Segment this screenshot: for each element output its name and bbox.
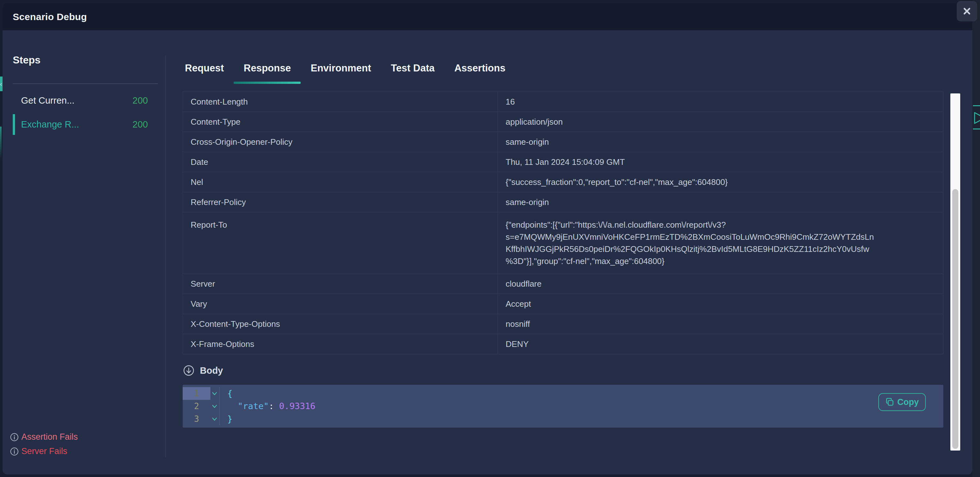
step-item[interactable]: Exchange R... 200 bbox=[13, 114, 148, 135]
code-line: 2 "rate": 0.93316 bbox=[183, 400, 943, 413]
background-divider bbox=[973, 129, 980, 129]
body-title: Body bbox=[200, 366, 223, 376]
background-right-strip bbox=[972, 0, 980, 477]
json-token-plain bbox=[227, 401, 238, 411]
circle-arrow-down-icon bbox=[183, 365, 194, 376]
steps-heading: Steps bbox=[13, 54, 40, 66]
fold-arrow-icon[interactable] bbox=[210, 387, 219, 400]
fail-link-label: Server Fails bbox=[21, 447, 67, 456]
header-value-cell: {"endpoints":[{"url":"https:\/\/a.nel.cl… bbox=[498, 212, 943, 273]
fold-arrow-icon[interactable] bbox=[210, 400, 219, 413]
tab-request[interactable]: Request bbox=[175, 58, 234, 84]
line-number: 3 bbox=[183, 413, 210, 425]
header-value-cell: {"success_fraction":0,"report_to":"cf-ne… bbox=[498, 172, 943, 192]
header-name-cell: Cross-Origin-Opener-Policy bbox=[183, 132, 498, 152]
page-title: Scenario Debug bbox=[13, 3, 87, 30]
table-row: X-Content-Type-Options nosniff bbox=[183, 314, 943, 334]
table-row: X-Frame-Options DENY bbox=[183, 334, 943, 354]
chevron-left-icon: ‹ bbox=[0, 80, 2, 88]
server-fails-link[interactable]: Server Fails bbox=[10, 447, 78, 456]
header-value-cell: application/json bbox=[498, 112, 943, 132]
code-text: } bbox=[220, 413, 232, 425]
close-button[interactable] bbox=[957, 1, 977, 21]
header-name-cell: X-Frame-Options bbox=[183, 334, 498, 354]
code-line: 1 { bbox=[183, 387, 943, 400]
header-name-cell: Content-Length bbox=[183, 92, 498, 111]
fold-arrow-icon[interactable] bbox=[210, 413, 219, 425]
response-headers-table: Content-Length 16 Content-Type applicati… bbox=[183, 92, 943, 354]
code-lines: 1 { 2 "rate": 0.93316 3 bbox=[183, 387, 943, 425]
header-value-cell: Accept bbox=[498, 294, 943, 314]
step-label: Exchange R... bbox=[13, 119, 133, 130]
table-row: Date Thu, 11 Jan 2024 15:04:09 GMT bbox=[183, 152, 943, 172]
header-name-cell: Vary bbox=[183, 294, 498, 314]
table-row: Content-Length 16 bbox=[183, 92, 943, 111]
header-value-cell: DENY bbox=[498, 334, 943, 354]
header-name-cell: Server bbox=[183, 274, 498, 294]
code-line: 3 } bbox=[183, 413, 943, 425]
header-value-cell: nosniff bbox=[498, 314, 943, 334]
copy-icon bbox=[885, 398, 894, 407]
header-name-cell: Content-Type bbox=[183, 112, 498, 132]
copy-button[interactable]: Copy bbox=[878, 393, 926, 411]
background-teal-fragment bbox=[0, 127, 2, 159]
code-gutter: 1 bbox=[183, 387, 220, 400]
header-value-cell: same-origin bbox=[498, 192, 943, 212]
json-token-key: "rate" bbox=[238, 401, 269, 411]
code-gutter: 2 bbox=[183, 400, 220, 413]
json-token-number: 0.93316 bbox=[279, 401, 316, 411]
background-divider bbox=[973, 105, 980, 106]
step-label: Get Curren... bbox=[13, 95, 133, 106]
info-icon bbox=[10, 447, 19, 456]
scrollbar-thumb[interactable] bbox=[952, 189, 958, 449]
table-row: Content-Type application/json bbox=[183, 111, 943, 132]
close-icon bbox=[962, 6, 972, 16]
code-text: "rate": 0.93316 bbox=[220, 400, 315, 413]
body-section-header: Body bbox=[183, 365, 223, 376]
modal-header: Scenario Debug bbox=[3, 3, 972, 30]
table-row: Referrer-Policy same-origin bbox=[183, 192, 943, 212]
response-body-code: 1 { 2 "rate": 0.93316 3 bbox=[183, 385, 943, 428]
header-value-cell: Thu, 11 Jan 2024 15:04:09 GMT bbox=[498, 152, 943, 172]
tab-response[interactable]: Response bbox=[234, 58, 301, 84]
header-name-cell: Nel bbox=[183, 172, 498, 192]
scenario-debug-modal: Scenario Debug Steps Get Curren... 200 E… bbox=[3, 3, 972, 474]
header-value-cell: same-origin bbox=[498, 132, 943, 152]
info-icon bbox=[10, 433, 19, 441]
step-status-badge: 200 bbox=[133, 95, 148, 106]
json-token-brace: } bbox=[227, 414, 232, 424]
assertion-fails-link[interactable]: Assertion Fails bbox=[10, 432, 78, 442]
tab-assertions[interactable]: Assertions bbox=[444, 58, 515, 84]
play-icon bbox=[974, 111, 980, 124]
collapse-body-button[interactable] bbox=[183, 365, 194, 376]
table-row: Server cloudflare bbox=[183, 273, 943, 294]
tab-test-data[interactable]: Test Data bbox=[381, 58, 444, 84]
steps-list: Get Curren... 200 Exchange R... 200 bbox=[13, 90, 148, 135]
header-value-cell: 16 bbox=[498, 92, 943, 111]
header-name-cell: Referrer-Policy bbox=[183, 192, 498, 212]
step-item[interactable]: Get Curren... 200 bbox=[13, 90, 148, 111]
table-row: Report-To {"endpoints":[{"url":"https:\/… bbox=[183, 212, 943, 273]
header-name-cell: X-Content-Type-Options bbox=[183, 314, 498, 334]
header-name-cell: Date bbox=[183, 152, 498, 172]
panel-divider bbox=[165, 55, 166, 457]
header-value-cell: cloudflare bbox=[498, 274, 943, 294]
table-row: Vary Accept bbox=[183, 294, 943, 314]
steps-footer: Assertion Fails Server Fails bbox=[10, 432, 78, 456]
fail-link-label: Assertion Fails bbox=[21, 432, 78, 442]
tab-bar: RequestResponseEnvironmentTest DataAsser… bbox=[175, 58, 515, 84]
header-name-cell: Report-To bbox=[183, 212, 498, 273]
code-text: { bbox=[220, 387, 232, 400]
step-status-badge: 200 bbox=[133, 119, 148, 130]
table-row: Cross-Origin-Opener-Policy same-origin bbox=[183, 132, 943, 152]
tab-environment[interactable]: Environment bbox=[301, 58, 381, 84]
json-token-brace: { bbox=[227, 388, 232, 398]
table-row: Nel {"success_fraction":0,"report_to":"c… bbox=[183, 172, 943, 192]
json-token-plain: : bbox=[269, 401, 279, 411]
scrollbar-track[interactable] bbox=[950, 94, 960, 450]
code-gutter: 3 bbox=[183, 413, 220, 425]
line-number: 1 bbox=[183, 387, 210, 400]
line-number: 2 bbox=[183, 400, 210, 413]
copy-label: Copy bbox=[897, 397, 919, 407]
